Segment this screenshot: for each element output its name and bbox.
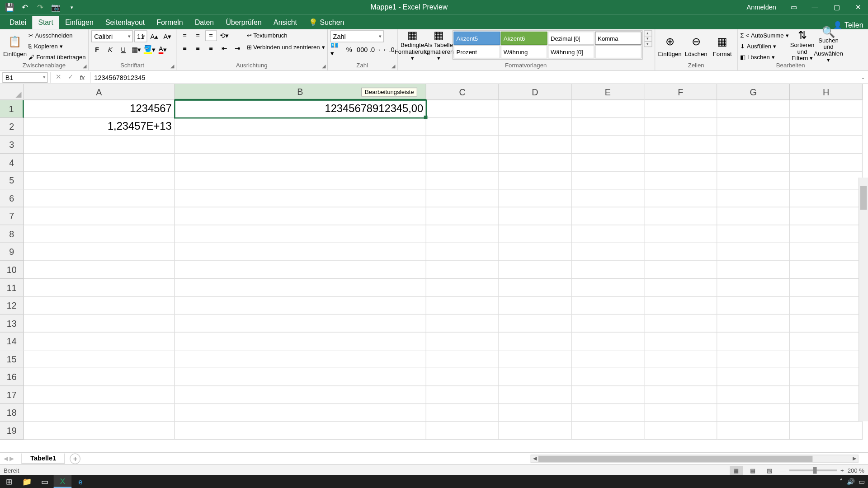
cell[interactable] [24,350,175,368]
close-icon[interactable]: ✕ [848,0,868,14]
tray-up-icon[interactable]: ˄ [840,478,843,485]
qat-customize-icon[interactable]: ▾ [66,1,77,13]
enter-icon[interactable]: ✓ [65,72,76,83]
decrease-font-icon[interactable]: A▾ [161,31,173,42]
cell[interactable] [175,333,426,351]
cut-button[interactable]: ✂Ausschneiden [28,30,85,40]
cell[interactable] [175,261,426,279]
cell[interactable] [499,386,572,404]
action-center-icon[interactable]: ▭ [859,478,864,485]
align-middle-icon[interactable]: ≡ [192,30,203,41]
cell[interactable] [644,118,717,136]
cell[interactable] [644,350,717,368]
cell[interactable] [572,279,645,297]
tab-ansicht[interactable]: Ansicht [268,16,303,29]
wrap-text-button[interactable]: ↩Textumbruch [247,30,325,40]
row-header[interactable]: 16 [0,368,24,386]
font-color-icon[interactable]: A▾ [157,44,169,55]
share-button[interactable]: Teilen [844,21,863,29]
cell[interactable] [572,243,645,261]
cell[interactable]: 12345678912345,00 [175,100,426,118]
style-dezimal0[interactable]: Dezimal [0] [547,32,594,45]
cell[interactable] [572,261,645,279]
cell[interactable] [426,100,499,118]
row-header[interactable]: 6 [0,189,24,207]
row-header[interactable]: 12 [0,297,24,315]
row-header[interactable]: 4 [0,154,24,172]
column-header[interactable]: D [499,84,572,100]
cell[interactable] [717,261,790,279]
cell[interactable] [644,261,717,279]
cell[interactable] [572,154,645,172]
column-header[interactable]: E [572,84,645,100]
sheet-nav-next-icon[interactable]: ▶ [9,455,14,462]
cell[interactable] [717,297,790,315]
decrease-decimal-icon[interactable]: ←.0 [382,44,394,55]
add-sheet-button[interactable]: + [70,453,81,464]
sign-in-link[interactable]: Anmelden [741,4,782,11]
cell[interactable] [644,422,717,440]
cell[interactable] [499,422,572,440]
style-waehrung[interactable]: Währung [500,45,547,58]
cell[interactable] [426,422,499,440]
increase-decimal-icon[interactable]: .0→ [369,44,381,55]
normal-view-icon[interactable]: ▦ [730,466,743,475]
cell[interactable] [499,100,572,118]
cell[interactable] [717,404,790,422]
row-header[interactable]: 18 [0,404,24,422]
cell[interactable] [572,225,645,243]
row-header[interactable]: 2 [0,118,24,136]
dialog-launcher-icon[interactable]: ◢ [170,64,174,69]
style-empty[interactable] [594,45,641,58]
format-painter-button[interactable]: 🖌Format übertragen [28,52,85,62]
cell[interactable] [426,350,499,368]
cell[interactable] [717,136,790,154]
cell[interactable] [426,154,499,172]
sheet-tab[interactable]: Tabelle1 [21,454,65,464]
cell[interactable] [644,404,717,422]
cell[interactable] [644,189,717,207]
scroll-left-icon[interactable]: ◀ [531,455,538,462]
style-waehrung0[interactable]: Währung [0] [547,45,594,58]
dialog-launcher-icon[interactable]: ◢ [392,64,395,69]
cell[interactable] [175,136,426,154]
cell[interactable] [24,225,175,243]
orientation-icon[interactable]: ⟲▾ [218,30,230,41]
cell[interactable] [24,243,175,261]
cell[interactable] [175,225,426,243]
cell[interactable] [175,368,426,386]
cell[interactable] [499,136,572,154]
cell[interactable] [790,225,863,243]
row-header[interactable]: 19 [0,422,24,440]
increase-font-icon[interactable]: A▴ [148,31,160,42]
bold-button[interactable]: F [91,44,103,55]
maximize-icon[interactable]: ▢ [826,0,847,14]
cell[interactable] [175,189,426,207]
italic-button[interactable]: K [104,44,116,55]
cell[interactable] [717,189,790,207]
cell[interactable] [499,243,572,261]
cell[interactable] [717,100,790,118]
currency-icon[interactable]: 💶▾ [330,44,342,55]
style-prozent[interactable]: Prozent [453,45,500,58]
cell[interactable] [24,404,175,422]
cell[interactable] [717,422,790,440]
cell[interactable] [644,297,717,315]
redo-icon[interactable]: ↷ [34,1,46,13]
cell[interactable] [24,189,175,207]
cell[interactable] [175,118,426,136]
row-header[interactable]: 8 [0,225,24,243]
cell[interactable] [572,136,645,154]
cell[interactable] [426,189,499,207]
fx-icon[interactable]: fx [77,72,88,83]
volume-icon[interactable]: 🔊 [847,478,855,485]
cell[interactable] [499,279,572,297]
cell[interactable] [499,207,572,225]
format-as-table-button[interactable]: ▦ Als Tabelleformatieren ▾ [426,30,451,61]
cell[interactable] [499,118,572,136]
cell[interactable] [175,297,426,315]
cell[interactable] [24,154,175,172]
row-header[interactable]: 14 [0,333,24,351]
cell[interactable] [790,100,863,118]
cell[interactable] [24,386,175,404]
